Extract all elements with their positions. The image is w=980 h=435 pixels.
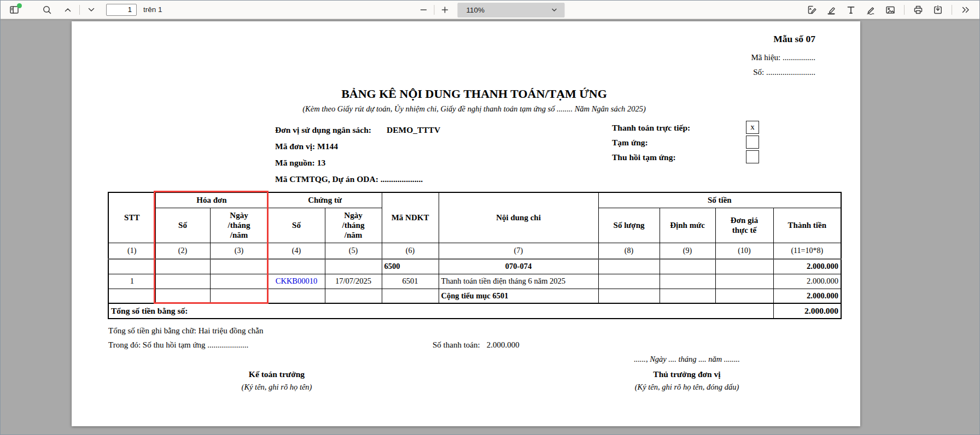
numbering-cell: (1) — [108, 243, 155, 259]
zoom-in-button[interactable] — [437, 2, 453, 17]
voucher-number-link[interactable]: CKKB00010 — [268, 274, 325, 289]
download-icon — [932, 4, 943, 15]
fill-sign-button[interactable] — [803, 2, 820, 17]
toolbar-divider — [904, 5, 905, 15]
add-text-icon — [845, 4, 856, 15]
minus-icon — [419, 5, 429, 15]
info-line-program-code: Mã CTMTQG, Dự án ODA: ..................… — [275, 171, 440, 187]
cell-unit-price — [715, 259, 773, 274]
info-line-unit: Đơn vị sử dụng ngân sách:DEMO_TTTV — [275, 122, 440, 138]
col-header-invoice-date: Ngày /tháng /năm — [210, 208, 268, 243]
unit-label: Đơn vị sử dụng ngân sách: — [275, 125, 371, 134]
cell-ndkt: 6501 — [382, 274, 439, 289]
form-number: Mẫu số 07 — [773, 33, 815, 45]
more-tools-button[interactable] — [958, 2, 974, 17]
chevron-down-icon — [551, 6, 558, 14]
search-icon — [42, 4, 52, 15]
checkbox-label-advance: Tạm ứng: — [612, 138, 648, 148]
col-header-voucher-group: Chứng từ — [268, 192, 382, 208]
cell-invoice-no — [155, 274, 210, 289]
page-number-input[interactable] — [106, 4, 137, 16]
cell-invoice-date — [210, 259, 268, 274]
col-header-quantity: Số lượng — [598, 208, 660, 243]
cell-content: Cộng tiểu mục 6501 — [439, 289, 598, 303]
col-header-norm: Định mức — [660, 208, 715, 243]
payment-details-table: STT Hóa đơn Chứng từ Mã NDKT Nội dung ch… — [108, 192, 842, 319]
info-line-unit-code: Mã đơn vị: M144 — [275, 138, 440, 155]
signature-title-chief-accountant: Kế toán trưởng — [165, 369, 389, 379]
col-header-voucher-date: Ngày /tháng /năm — [325, 208, 382, 243]
cell-stt — [108, 259, 155, 274]
numbering-cell: (4) — [268, 243, 325, 259]
highlight-button[interactable] — [823, 2, 839, 17]
cell-unit-price — [715, 289, 773, 303]
col-header-ndkt: Mã NDKT — [382, 192, 439, 243]
cell-stt — [108, 289, 155, 303]
col-header-unit-price: Đơn giá thực tế — [715, 208, 773, 243]
cell-voucher-no — [268, 259, 325, 274]
cell-amount: 2.000.000 — [773, 274, 841, 289]
checkbox-advance-recovery — [746, 150, 759, 163]
numbering-cell: (9) — [660, 243, 715, 259]
document-subtitle: (Kèm theo Giấy rút dự toán, Ủy nhiệm chi… — [108, 104, 841, 114]
cell-voucher-date — [325, 259, 382, 274]
signature-note-unit-head: (Ký tên, ghi rõ họ tên, đóng dấu) — [575, 383, 799, 392]
numbering-cell: (2) — [155, 243, 210, 259]
toolbar-right-group — [803, 2, 974, 17]
table-total-row: Tổng số tiền bằng số: 2.000.000 — [108, 303, 841, 319]
col-header-content: Nội dung chi — [439, 192, 598, 243]
chevron-up-icon — [62, 4, 73, 15]
cell-norm — [660, 274, 715, 289]
draw-button[interactable] — [862, 2, 879, 17]
toolbar: trên 1 110% — [1, 1, 979, 19]
payment-label: Số thanh toán: — [433, 340, 480, 349]
add-text-button[interactable] — [843, 2, 859, 17]
zoom-level-value: 110% — [466, 6, 485, 14]
cell-voucher-no — [268, 289, 325, 303]
document-viewport[interactable]: Mẫu số 07 Mã hiệu: ................ Số: … — [1, 19, 979, 434]
col-header-invoice-group: Hóa đơn — [155, 192, 268, 208]
save-button[interactable] — [930, 2, 946, 17]
toolbar-divider — [952, 5, 952, 15]
signature-title-unit-head: Thủ trưởng đơn vị — [575, 369, 799, 379]
cell-invoice-no — [155, 259, 210, 274]
cell-stt: 1 — [108, 274, 155, 289]
amount-in-words-line: Tổng số tiền ghi bằng chữ: Hai triệu đồn… — [108, 326, 263, 336]
col-header-voucher-number: Số — [268, 208, 325, 243]
print-button[interactable] — [910, 2, 926, 17]
signature-date-line: ......, Ngày .... tháng .... năm .......… — [575, 355, 799, 364]
form-serial-line: Số: ........................ — [753, 68, 815, 77]
numbering-cell: (7) — [439, 243, 598, 259]
add-image-button[interactable] — [882, 2, 899, 17]
next-page-button[interactable] — [83, 2, 100, 17]
zoom-level-select[interactable]: 110% — [458, 3, 565, 17]
cell-norm — [660, 289, 715, 303]
pen-icon — [865, 4, 876, 15]
zoom-controls: 110% — [416, 1, 565, 19]
pdf-page: Mẫu số 07 Mã hiệu: ................ Số: … — [72, 21, 860, 426]
prev-page-button[interactable] — [60, 2, 76, 17]
numbering-cell: (10) — [715, 243, 773, 259]
plus-icon — [440, 5, 450, 15]
cell-voucher-date — [325, 289, 382, 303]
double-chevron-right-icon — [960, 4, 971, 15]
cell-norm — [660, 259, 715, 274]
zoom-out-button[interactable] — [416, 2, 432, 17]
cell-content: 070-074 — [439, 259, 598, 274]
table-row-detail: 1 CKKB00010 17/07/2025 6501 Thanh toán t… — [108, 274, 841, 289]
column-numbering-row: (1) (2) (3) (4) (5) (6) (7) (8) (9) (10)… — [108, 243, 841, 259]
fill-sign-icon — [806, 4, 817, 15]
total-label: Tổng số tiền bằng số: — [108, 303, 773, 319]
cell-quantity — [598, 274, 660, 289]
sidebar-toggle-button[interactable] — [6, 2, 22, 17]
budget-unit-info: Đơn vị sử dụng ngân sách:DEMO_TTTV Mã đơ… — [275, 122, 440, 187]
page-count-label: trên 1 — [143, 5, 162, 14]
table-row-group-6500: 6500 070-074 2.000.000 — [108, 259, 841, 274]
checkbox-direct-payment: x — [746, 121, 759, 134]
numbering-cell: (8) — [598, 243, 660, 259]
chevron-down-icon — [86, 4, 97, 15]
search-button[interactable] — [39, 2, 55, 17]
checkbox-label-direct-payment: Thanh toán trực tiếp: — [612, 123, 690, 133]
checkbox-label-advance-recovery: Thu hồi tạm ứng: — [612, 152, 676, 162]
numbering-cell: (11=10*8) — [773, 243, 841, 259]
